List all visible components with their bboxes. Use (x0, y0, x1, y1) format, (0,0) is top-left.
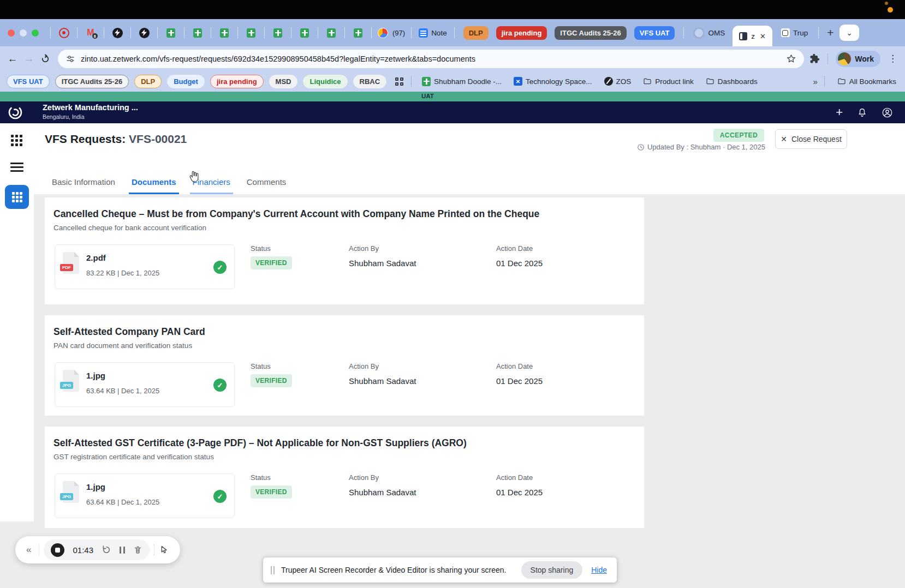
pinned-tab-sheet-5[interactable] (270, 28, 286, 38)
add-icon[interactable]: + (836, 106, 843, 118)
restart-recording-icon[interactable] (102, 545, 111, 555)
tab-active-zinto[interactable]: z ✕ (733, 26, 772, 46)
pinned-tab-bolt-2[interactable] (136, 28, 152, 38)
bookmark-label: Product link (655, 77, 694, 86)
file-tile[interactable]: JPG 1.jpg 63.64 KB | Dec 1, 2025 ✓ (55, 362, 235, 407)
tab-trupeer[interactable]: Trup (781, 28, 808, 37)
site-settings-icon[interactable] (66, 54, 75, 64)
zoom-window-button[interactable] (32, 29, 39, 37)
bookmark-jira-pending[interactable]: jira pending (210, 75, 264, 88)
pinned-tab-sheet-7[interactable] (323, 28, 340, 38)
zetwerk-logo-icon[interactable] (7, 104, 23, 121)
header-actions: + (836, 101, 893, 123)
file-name[interactable]: 1.jpg (86, 482, 105, 491)
pinned-tab-sheet-1[interactable] (163, 28, 179, 38)
url-text[interactable]: zinto.uat.zetwerk.com/vfs-request/reques… (81, 55, 786, 63)
apps-menu-icon[interactable] (11, 135, 22, 146)
tab-documents[interactable]: Documents (129, 177, 179, 194)
apps-grid-icon[interactable] (395, 77, 403, 86)
pin-divider (264, 27, 265, 38)
bookmark-technology-space[interactable]: ✕ Technology Space... (514, 77, 592, 86)
pinned-tab-gmail[interactable]: M8 (82, 28, 99, 37)
bookmarks-overflow-button[interactable]: » (813, 77, 817, 86)
page-title-prefix: VFS Requests: (45, 133, 126, 145)
folder-icon (837, 77, 846, 86)
pinned-tab-recorder[interactable] (56, 28, 72, 38)
bookmark-folder-dashboards[interactable]: Dashboards (706, 77, 758, 86)
sheets-icon (220, 28, 229, 38)
tab-oms[interactable]: OMS (693, 27, 725, 39)
bookmark-shubham-doodle[interactable]: Shubham Doodle -... (422, 77, 502, 86)
pinned-tab-profile[interactable]: (97) (377, 28, 406, 38)
tab-search-button[interactable]: ⌄ (839, 25, 859, 41)
new-tab-button[interactable]: + (827, 26, 833, 39)
tab-label: OMS (708, 29, 725, 37)
hide-link[interactable]: Hide (591, 566, 607, 574)
bookmark-rbac[interactable]: RBAC (353, 75, 387, 88)
all-bookmarks-button[interactable]: All Bookmarks (837, 77, 896, 86)
pinned-tab-bolt-1[interactable] (109, 28, 126, 38)
tab-group-itgc-audits[interactable]: ITGC Audits 25-26 (555, 26, 626, 40)
cursor-tool-icon[interactable] (159, 545, 169, 555)
tab-group-vfs-uat[interactable]: VFS UAT (634, 26, 675, 40)
file-tile[interactable]: JPG 1.jpg 63.64 KB | Dec 1, 2025 ✓ (55, 473, 235, 518)
address-bar[interactable]: zinto.uat.zetwerk.com/vfs-request/reques… (58, 50, 804, 68)
file-name[interactable]: 2.pdf (86, 253, 106, 262)
tab-count-label: (97) (392, 29, 405, 37)
bookmark-folder-product-link[interactable]: Product link (643, 77, 694, 86)
tab-comments[interactable]: Comments (244, 177, 289, 194)
tab-note[interactable]: Note (419, 28, 447, 38)
bookmark-zos[interactable]: ZOS (604, 77, 632, 86)
profile-button[interactable]: Work (836, 51, 880, 67)
tab-group-dlp[interactable]: DLP (463, 26, 489, 40)
collapse-chevron-icon[interactable]: « (26, 544, 31, 555)
tab-basic-information[interactable]: Basic Information (49, 177, 118, 194)
reload-button[interactable] (37, 54, 53, 64)
bookmark-vfs-uat[interactable]: VFS UAT (7, 75, 50, 88)
tab-label: z (751, 32, 755, 40)
file-type-label: JPG (60, 493, 73, 500)
tab-group-jira-pending[interactable]: jira pending (496, 26, 547, 40)
pause-recording-icon[interactable] (120, 547, 125, 554)
folder-icon (643, 77, 652, 86)
pinned-tab-sheet-8[interactable] (350, 28, 366, 38)
toolbar-right-tools: Work ⋮ (809, 51, 897, 67)
pinned-tab-sheet-4[interactable] (243, 28, 259, 38)
note-icon (419, 28, 428, 38)
record-icon (59, 28, 69, 38)
bookmark-budget[interactable]: Budget (167, 75, 205, 88)
close-request-button[interactable]: ✕ Close Request (775, 129, 847, 149)
tech-space-icon: ✕ (514, 77, 522, 86)
sidebar-item-active-module[interactable] (5, 185, 29, 209)
pinned-tab-sheet-3[interactable] (216, 28, 233, 38)
bookmark-star-icon[interactable] (786, 53, 796, 64)
minimize-window-button[interactable] (20, 29, 27, 37)
account-icon[interactable] (882, 107, 893, 118)
file-tile[interactable]: PDF 2.pdf 83.22 KB | Dec 1, 2025 ✓ (55, 244, 235, 289)
forward-button[interactable]: → (21, 53, 37, 65)
hamburger-menu-icon[interactable] (10, 163, 23, 174)
notifications-bell-icon[interactable] (857, 107, 867, 118)
file-name[interactable]: 1.jpg (86, 371, 105, 380)
close-icon: ✕ (781, 135, 787, 143)
bookmark-itgc-audits[interactable]: ITGC Audits 25-26 (55, 75, 129, 88)
extensions-icon[interactable] (809, 53, 820, 64)
org-name[interactable]: Zetwerk Manufacturing ... (43, 103, 138, 112)
document-subtitle: PAN card document and verification statu… (53, 341, 192, 350)
drag-handle-icon[interactable] (271, 566, 275, 574)
toolbar-divider (827, 53, 828, 64)
pinned-tab-sheet-6[interactable] (296, 28, 313, 38)
bookmark-liquidice[interactable]: Liquidice (303, 75, 347, 88)
recorder-divider (39, 544, 39, 556)
status-column-label: Status (251, 473, 271, 482)
close-tab-icon[interactable]: ✕ (760, 32, 766, 40)
stop-recording-button[interactable] (51, 543, 64, 557)
back-button[interactable]: ← (4, 53, 21, 65)
bookmark-dlp[interactable]: DLP (134, 75, 162, 88)
delete-recording-icon[interactable] (133, 545, 142, 555)
close-window-button[interactable] (8, 29, 15, 37)
browser-menu-button[interactable]: ⋮ (888, 53, 897, 64)
bookmark-msd[interactable]: MSD (269, 75, 298, 88)
stop-sharing-button[interactable]: Stop sharing (521, 561, 583, 579)
pinned-tab-sheet-2[interactable] (189, 28, 206, 38)
